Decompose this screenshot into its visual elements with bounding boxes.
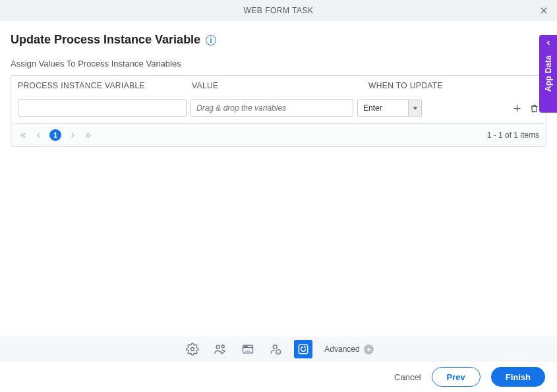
footer: Cancel Prev Finish: [0, 362, 557, 392]
user-info-icon[interactable]: [266, 340, 285, 358]
svg-text:www: www: [245, 349, 252, 352]
advanced-button[interactable]: Advanced: [324, 345, 373, 354]
select-value: Enter: [358, 100, 408, 116]
pager-info: 1 - 1 of 1 items: [487, 130, 539, 140]
svg-point-14: [274, 345, 278, 349]
info-icon[interactable]: i: [206, 35, 216, 45]
when-to-update-select[interactable]: Enter: [357, 99, 422, 117]
svg-point-5: [191, 348, 194, 351]
col-header-when: WHEN TO UPDATE: [368, 81, 539, 90]
svg-point-12: [247, 346, 247, 347]
col-header-value: VALUE: [192, 81, 368, 90]
svg-point-15: [276, 350, 281, 354]
finish-button[interactable]: Finish: [491, 367, 545, 387]
svg-point-7: [221, 345, 224, 348]
pager-first-icon[interactable]: [18, 130, 27, 140]
variable-input[interactable]: [18, 99, 187, 117]
chevron-left-icon: [544, 39, 552, 49]
close-icon[interactable]: [539, 5, 549, 16]
page-title: Update Process Instance Variable: [11, 33, 200, 47]
content-area: Update Process Instance Variable i Assig…: [0, 21, 557, 147]
grid-header: PROCESS INSTANCE VARIABLE VALUE WHEN TO …: [11, 76, 546, 96]
pager-prev-icon[interactable]: [34, 130, 43, 140]
dialog-title: WEB FORM TASK: [243, 6, 313, 15]
svg-rect-18: [299, 345, 308, 353]
col-header-variable: PROCESS INSTANCE VARIABLE: [18, 81, 192, 90]
gear-icon[interactable]: [183, 340, 202, 358]
app-data-side-tab[interactable]: App Data: [539, 35, 557, 113]
pager-current-page[interactable]: 1: [49, 129, 61, 141]
form-icon[interactable]: www: [239, 340, 257, 358]
pager-next-icon[interactable]: [68, 130, 77, 140]
svg-marker-2: [413, 107, 417, 109]
prev-button[interactable]: Prev: [432, 367, 481, 387]
subheading: Assign Values To Process Instance Variab…: [11, 59, 546, 69]
participants-icon[interactable]: [211, 340, 229, 358]
svg-point-11: [246, 346, 247, 347]
chevron-down-icon: [408, 100, 421, 116]
add-row-icon[interactable]: [512, 103, 522, 113]
delete-row-icon[interactable]: [529, 103, 539, 113]
variables-grid: PROCESS INSTANCE VARIABLE VALUE WHEN TO …: [11, 75, 546, 147]
pager-last-icon[interactable]: [84, 130, 93, 140]
cancel-button[interactable]: Cancel: [394, 372, 421, 382]
value-input[interactable]: [191, 99, 353, 117]
svg-point-10: [245, 346, 245, 347]
advanced-label: Advanced: [324, 345, 359, 354]
bottom-toolbar: www Advanced: [0, 337, 557, 362]
plus-circle-icon: [364, 345, 374, 354]
pager: 1 1 - 1 of 1 items: [11, 123, 546, 146]
table-row: Enter: [11, 96, 546, 123]
update-variable-icon[interactable]: [294, 340, 312, 358]
dialog-header: WEB FORM TASK: [0, 0, 557, 21]
svg-point-6: [216, 345, 220, 349]
side-tab-label: App Data: [544, 55, 553, 92]
